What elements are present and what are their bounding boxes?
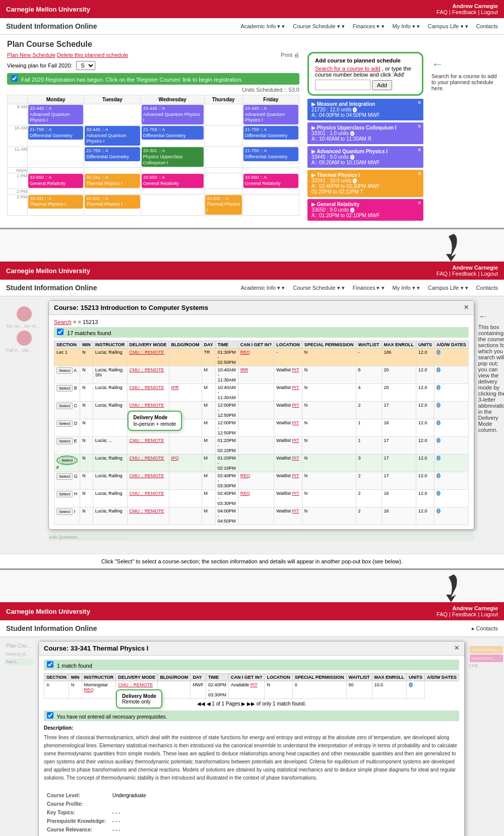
delivery-link-i[interactable]: CMU :: REMOTE bbox=[130, 508, 164, 513]
close-tp-icon[interactable]: ✕ bbox=[417, 171, 421, 176]
plan-new-link[interactable]: Plan New Schedule bbox=[7, 52, 55, 58]
req-link-s3[interactable]: REQ bbox=[84, 687, 94, 692]
nav-course-schedule-2[interactable]: Course Schedule ▾ bbox=[293, 285, 345, 291]
feedback-link-3[interactable]: Feedback bbox=[452, 611, 476, 617]
delivery-link-g[interactable]: CMU :: REMOTE bbox=[130, 473, 164, 478]
delete-plan-link[interactable]: Delete this planned schedule bbox=[57, 52, 128, 58]
course-entry-tp[interactable]: ✕ ▶ Thermal Physics I 33341 : 10.0 units… bbox=[307, 170, 423, 197]
pit-link-s3[interactable]: PIT bbox=[250, 682, 258, 687]
course-block-mi-tue[interactable]: 33-445 :: AAdvanced Quantum Physics I bbox=[85, 126, 140, 146]
feedback-link-2[interactable]: Feedback bbox=[452, 271, 476, 277]
pit-link-a[interactable]: PIT bbox=[292, 367, 299, 372]
search-link-2[interactable]: Search bbox=[54, 319, 72, 325]
logout-link-3[interactable]: Logout bbox=[481, 611, 498, 617]
info-icon-puc[interactable]: i bbox=[350, 131, 354, 136]
ipq-link-f[interactable]: IPQ bbox=[171, 456, 179, 461]
info-icon-mi[interactable]: i bbox=[353, 107, 357, 112]
course-block-mi-wed[interactable]: 21-759 :: ADifferential Geometry bbox=[142, 126, 204, 140]
delivery-link-c[interactable]: CMU :: REMOTE bbox=[130, 403, 164, 408]
registration-checkbox[interactable] bbox=[11, 75, 18, 82]
delivery-link-b[interactable]: CMU :: REMOTE bbox=[130, 385, 164, 390]
matches-checkbox-3[interactable] bbox=[47, 661, 53, 668]
course-block-gr-fri[interactable]: 33-650 :: AGeneral Relativity bbox=[243, 174, 298, 187]
logout-link-1[interactable]: Logout bbox=[481, 9, 498, 15]
select-btn-e[interactable]: Select bbox=[56, 438, 73, 444]
irr-link-a[interactable]: IRR bbox=[240, 367, 248, 372]
course-entry-puc[interactable]: ✕ ▶ Physics Upperclass Colloquium I 3330… bbox=[307, 122, 423, 144]
add-course-button[interactable]: Add bbox=[372, 80, 392, 90]
select-btn-i[interactable]: Select bbox=[56, 508, 73, 515]
info-btn-lec1[interactable]: i bbox=[436, 350, 440, 355]
feedback-link-1[interactable]: Feedback bbox=[452, 9, 476, 15]
course-block-gr-mon[interactable]: 33-650 :: AGeneral Relativity bbox=[28, 174, 83, 187]
delivery-link-lec1[interactable]: CMU :: REMOTE bbox=[130, 350, 164, 355]
delivery-link-s3[interactable]: CMU :: REMOTE bbox=[118, 682, 153, 687]
faq-link-2[interactable]: FAQ bbox=[436, 271, 448, 277]
nav-campus-life-1[interactable]: Campus Life ▾ bbox=[428, 23, 468, 30]
info-btn-f[interactable]: i bbox=[436, 456, 440, 461]
logout-link-2[interactable]: Logout bbox=[481, 271, 498, 277]
req-link-lec1[interactable]: REQ bbox=[240, 350, 250, 355]
select-btn-b[interactable]: Select bbox=[56, 385, 73, 392]
print-link[interactable]: Print 🖨 bbox=[277, 52, 299, 58]
delivery-link-h[interactable]: CMU :: REMOTE bbox=[130, 491, 164, 496]
nav-campus-life-2[interactable]: Campus Life ▾ bbox=[428, 285, 468, 291]
info-btn-e[interactable]: i bbox=[436, 438, 440, 443]
close-puc-icon[interactable]: ✕ bbox=[417, 123, 421, 129]
close-aqp-icon[interactable]: ✕ bbox=[417, 147, 421, 153]
delivery-link-f[interactable]: CMU :: REMOTE bbox=[130, 456, 164, 461]
course-block-mi-mon[interactable]: 21-759 :: ADifferential Geometry bbox=[28, 126, 83, 140]
course-block-dg-tue[interactable]: 21-759 :: ADifferential Geometry bbox=[85, 147, 140, 161]
course-block-tp-thu[interactable]: 33-341 :: AThermal Physics I bbox=[205, 195, 242, 215]
course-entry-mi[interactable]: ✕ ▶ Measure and Integration 21720 : 12.0… bbox=[307, 99, 423, 120]
select-btn-f[interactable]: Select bbox=[59, 457, 75, 464]
info-icon-gr[interactable]: i bbox=[350, 208, 354, 213]
matches-checkbox-2[interactable] bbox=[57, 329, 64, 335]
course-block-aqp-wed[interactable]: 33-445 :: AAdvanced Quantum Physics I bbox=[142, 105, 204, 124]
info-btn-h[interactable]: i bbox=[436, 491, 440, 496]
course-block-aqp-fri[interactable]: 33-445 :: AAdvanced Quantum Physics I bbox=[243, 105, 298, 124]
course-block-dg-fri[interactable]: 21-759 :: ADifferential Geometry bbox=[243, 147, 298, 161]
select-btn-d[interactable]: Select bbox=[56, 420, 73, 427]
viewing-plan-select[interactable]: S bbox=[76, 61, 95, 70]
select-btn-h[interactable]: Select bbox=[56, 491, 73, 497]
course-entry-gr[interactable]: ✕ ▶ General Relativity 33650 : 9.0 units… bbox=[307, 199, 423, 221]
modal-close-btn-3[interactable]: ✕ bbox=[454, 645, 459, 652]
add-course-input[interactable] bbox=[315, 80, 370, 90]
select-btn-c[interactable]: Select bbox=[56, 403, 73, 409]
modal-close-btn-2[interactable]: ✕ bbox=[464, 304, 469, 311]
nav-academic-info-1[interactable]: Academic Info ▾ bbox=[240, 23, 285, 30]
course-block-tp-tue2[interactable]: 33-341 :: AThermal Physics I bbox=[85, 195, 140, 209]
nav-contacts-1[interactable]: Contacts bbox=[476, 23, 498, 30]
nav-contacts-3-only[interactable]: ▸ Contacts bbox=[472, 625, 498, 632]
info-icon-tp[interactable]: i bbox=[353, 178, 357, 183]
course-block-tp-mon[interactable]: 33-341 :: AThermal Physics I bbox=[28, 195, 83, 209]
close-mi-icon[interactable]: ✕ bbox=[417, 100, 421, 105]
nav-my-info-2[interactable]: My Info ▾ bbox=[393, 285, 420, 291]
delivery-link-e[interactable]: CMU :: REMOTE bbox=[130, 438, 164, 443]
course-block-tp-tue[interactable]: 33-341 :: AThermal Physics I bbox=[85, 174, 140, 187]
nav-finances-2[interactable]: Finances ▾ bbox=[353, 285, 385, 291]
info-btn-c[interactable]: i bbox=[436, 403, 440, 408]
nav-contacts-2[interactable]: Contacts bbox=[476, 285, 498, 291]
info-btn-g[interactable]: i bbox=[436, 473, 440, 478]
nav-finances-1[interactable]: Finances ▾ bbox=[353, 23, 385, 30]
nav-academic-info-2[interactable]: Academic Info ▾ bbox=[240, 285, 285, 291]
nav-my-info-1[interactable]: My Info ▾ bbox=[393, 23, 420, 30]
faq-link-1[interactable]: FAQ bbox=[436, 9, 448, 15]
req-link-h[interactable]: REQ bbox=[240, 491, 250, 496]
nav-course-schedule-1[interactable]: Course Schedule ▾ bbox=[293, 23, 345, 30]
delivery-link-a[interactable]: CMU :: REMOTE bbox=[130, 367, 164, 372]
select-btn-g[interactable]: Select bbox=[56, 473, 73, 480]
course-block-mi-fri[interactable]: 21-759 :: ADifferential Geometry bbox=[243, 126, 298, 140]
info-btn-i[interactable]: i bbox=[436, 508, 440, 513]
course-block-aqp-mon[interactable]: 33-445 :: AAdvanced Quantum Physics I bbox=[28, 105, 83, 124]
faq-link-3[interactable]: FAQ bbox=[436, 611, 448, 617]
info-btn-s3[interactable]: i bbox=[409, 682, 413, 687]
search-course-link[interactable]: Search for a course to add bbox=[315, 66, 381, 72]
course-block-gr-wed[interactable]: 33-650 :: AGeneral Relativity bbox=[142, 174, 204, 187]
info-btn-a[interactable]: i bbox=[436, 367, 440, 372]
course-block-puc-wed[interactable]: 33-301 :: APhysics Upperclass Colloquium… bbox=[142, 147, 204, 167]
prereq-checkbox[interactable] bbox=[47, 712, 53, 719]
close-gr-icon[interactable]: ✕ bbox=[417, 200, 421, 206]
